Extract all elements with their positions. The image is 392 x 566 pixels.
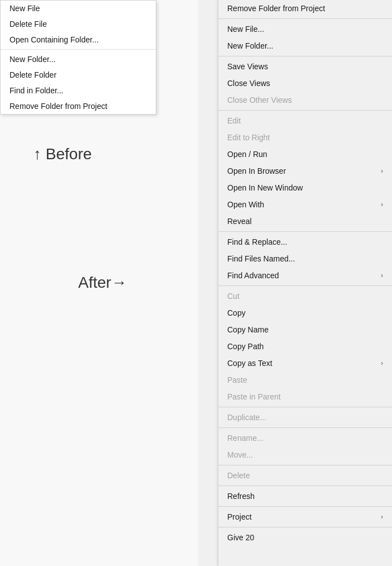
right-menu-item-open-in-browser[interactable]: Open In Browser› — [218, 163, 392, 179]
after-label: After→ — [78, 274, 127, 292]
menu-item-label: Remove Folder from Project — [227, 4, 325, 13]
right-menu-item-give-20[interactable]: Give 20 — [218, 529, 392, 546]
right-menu-item-open-in-new-window[interactable]: Open In New Window — [218, 179, 392, 196]
menu-divider — [218, 506, 392, 507]
right-menu-item-paste-in-parent: Paste in Parent — [218, 388, 392, 405]
submenu-arrow-icon: › — [381, 201, 383, 208]
menu-divider — [218, 465, 392, 465]
menu-item-label: Open / Run — [227, 150, 267, 159]
menu-divider — [218, 56, 392, 56]
menu-item-label: Rename... — [227, 434, 264, 443]
right-menu-item-copy-as-text[interactable]: Copy as Text› — [218, 355, 392, 372]
left-menu-item-open-containing-folder[interactable]: Open Containing Folder... — [1, 32, 156, 47]
right-context-menu: Remove Folder from ProjectNew File...New… — [218, 0, 392, 566]
right-menu-item-cut: Cut — [218, 288, 392, 305]
right-menu-item-copy-name[interactable]: Copy Name — [218, 321, 392, 338]
menu-item-label: Delete — [227, 471, 250, 480]
right-menu-item-edit-to-right: Edit to Right — [218, 129, 392, 146]
left-panel: New FileDelete FileOpen Containing Folde… — [0, 0, 198, 566]
menu-item-label: Save Views — [227, 62, 268, 71]
submenu-arrow-icon: › — [381, 167, 383, 175]
menu-item-label: Copy as Text — [227, 359, 273, 368]
right-menu-item-new-folder[interactable]: New Folder... — [218, 37, 392, 54]
right-menu-item-remove-folder-from-project[interactable]: Remove Folder from Project — [218, 0, 392, 17]
right-menu-item-duplicate: Duplicate... — [218, 409, 392, 426]
submenu-arrow-icon: › — [381, 359, 383, 367]
right-menu-item-new-file[interactable]: New File... — [218, 21, 392, 37]
menu-item-label: Move... — [227, 450, 253, 459]
menu-item-label: Paste in Parent — [227, 392, 281, 401]
menu-item-label: Edit to Right — [227, 133, 270, 142]
menu-divider — [218, 110, 392, 111]
right-menu-item-copy-path[interactable]: Copy Path — [218, 338, 392, 355]
right-menu-item-find-files-named[interactable]: Find Files Named... — [218, 250, 392, 267]
menu-item-label: Paste — [227, 375, 247, 384]
menu-item-label: Find Advanced — [227, 271, 279, 280]
menu-item-label: Find Files Named... — [227, 254, 295, 263]
menu-item-label: Refresh — [227, 492, 255, 501]
left-menu-item-find-in-folder[interactable]: Find in Folder... — [1, 83, 156, 98]
left-menu-item-new-file[interactable]: New File — [1, 1, 156, 16]
menu-item-label: Duplicate... — [227, 413, 266, 422]
menu-item-label: New Folder... — [227, 41, 273, 50]
left-menu-item-delete-folder[interactable]: Delete Folder — [1, 67, 156, 83]
right-menu-item-project[interactable]: Project› — [218, 508, 392, 525]
right-menu-item-paste: Paste — [218, 372, 392, 388]
menu-item-label: Copy — [227, 308, 246, 317]
menu-item-label: Open With — [227, 200, 264, 209]
menu-item-label: Open In Browser — [227, 167, 286, 175]
menu-divider — [218, 427, 392, 428]
menu-item-label: Edit — [227, 116, 241, 125]
menu-item-label: Copy Name — [227, 325, 269, 334]
left-menu-item-remove-folder[interactable]: Remove Folder from Project — [1, 98, 156, 114]
menu-item-label: Find & Replace... — [227, 237, 287, 246]
right-menu-item-copy[interactable]: Copy — [218, 305, 392, 321]
menu-item-label: Cut — [227, 292, 240, 301]
menu-item-label: New File... — [227, 25, 264, 34]
left-menu-item-delete-file[interactable]: Delete File — [1, 16, 156, 32]
right-menu-item-save-views[interactable]: Save Views — [218, 58, 392, 75]
right-menu-item-open-with[interactable]: Open With› — [218, 196, 392, 213]
right-menu-item-refresh[interactable]: Refresh — [218, 488, 392, 505]
right-menu-item-move: Move... — [218, 446, 392, 463]
left-menu-item-new-folder[interactable]: New Folder... — [1, 51, 156, 67]
menu-item-label: Give 20 — [227, 533, 254, 542]
menu-item-label: Close Other Views — [227, 96, 292, 104]
right-menu-item-edit: Edit — [218, 112, 392, 129]
right-menu-item-open-run[interactable]: Open / Run — [218, 146, 392, 163]
menu-item-label: Copy Path — [227, 342, 264, 351]
right-menu-item-delete: Delete — [218, 467, 392, 484]
menu-divider — [218, 18, 392, 19]
menu-divider — [218, 286, 392, 286]
menu-divider — [218, 486, 392, 486]
submenu-arrow-icon: › — [381, 272, 383, 279]
right-menu-item-close-views[interactable]: Close Views — [218, 75, 392, 92]
menu-divider — [218, 527, 392, 527]
menu-item-label: Close Views — [227, 79, 270, 88]
right-menu-item-rename: Rename... — [218, 430, 392, 446]
menu-divider — [218, 407, 392, 407]
before-label: ↑ Before — [34, 145, 92, 163]
menu-item-label: Reveal — [227, 217, 252, 226]
right-menu-item-find-replace[interactable]: Find & Replace... — [218, 234, 392, 250]
left-context-menu: New FileDelete FileOpen Containing Folde… — [0, 0, 156, 115]
menu-divider — [1, 49, 156, 50]
right-menu-item-close-other-views: Close Other Views — [218, 92, 392, 108]
submenu-arrow-icon: › — [381, 513, 383, 521]
right-menu-item-reveal[interactable]: Reveal — [218, 213, 392, 230]
menu-item-label: Open In New Window — [227, 183, 303, 192]
menu-divider — [218, 231, 392, 232]
right-menu-item-find-advanced[interactable]: Find Advanced› — [218, 267, 392, 284]
menu-item-label: Project — [227, 512, 252, 521]
